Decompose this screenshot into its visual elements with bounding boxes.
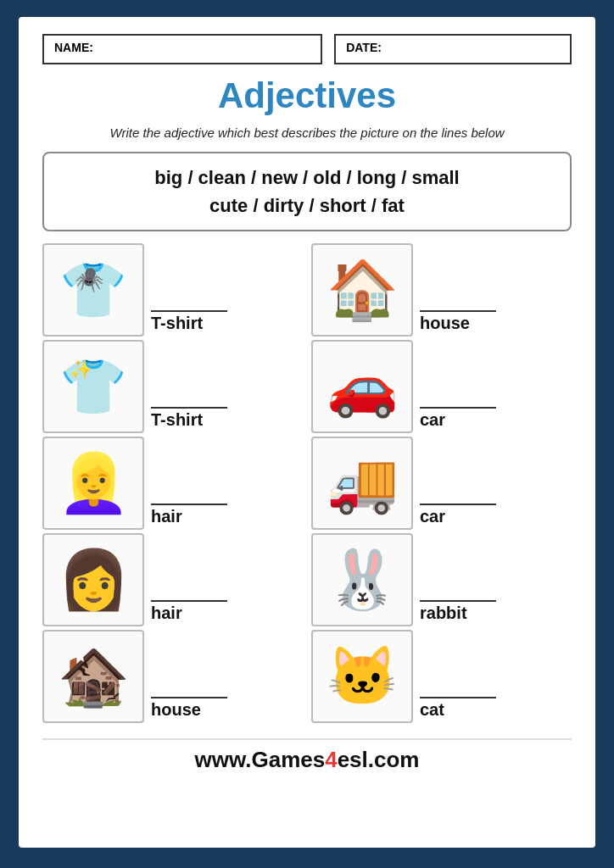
word-bank: big / clean / new / old / long / small c… bbox=[42, 152, 572, 231]
image-car-1: 🚗 bbox=[311, 340, 413, 433]
worksheet-page: NAME: DATE: Adjectives Write the adjecti… bbox=[19, 17, 595, 848]
answer-tshirt-1: T-shirt bbox=[144, 310, 303, 337]
image-dirty-tshirt: 👕🕷️ bbox=[42, 243, 144, 337]
image-old-house: 🏚️ bbox=[42, 630, 144, 723]
left-item-4: 👩 hair bbox=[42, 533, 303, 626]
answer-car-2: car bbox=[413, 504, 572, 530]
exercise-grid: 👕🕷️ T-shirt 🏠 house bbox=[42, 243, 572, 723]
answer-line-house-1[interactable] bbox=[420, 310, 496, 312]
right-item-2: 🚗 car bbox=[311, 340, 572, 433]
answer-hair-2: hair bbox=[144, 600, 303, 626]
answer-line-house-2[interactable] bbox=[151, 697, 227, 698]
word-house-1: house bbox=[420, 314, 470, 333]
left-item-2: 👕✨ T-shirt bbox=[42, 340, 303, 433]
footer-text-after: esl.com bbox=[338, 747, 420, 772]
exercise-row-3: 👱‍♀️ hair 🚚 car bbox=[42, 437, 572, 530]
word-rabbit: rabbit bbox=[420, 604, 467, 623]
page-subtitle: Write the adjective which best describes… bbox=[42, 125, 572, 140]
exercise-row-4: 👩 hair 🐰 rabbit bbox=[42, 533, 572, 626]
word-tshirt-2: T-shirt bbox=[151, 410, 203, 430]
answer-line-2[interactable] bbox=[151, 407, 227, 409]
answer-house-1: house bbox=[413, 310, 572, 337]
right-item-1: 🏠 house bbox=[311, 243, 572, 337]
header-fields: NAME: DATE: bbox=[42, 34, 572, 64]
word-cat: cat bbox=[420, 700, 444, 720]
date-label: DATE: bbox=[346, 41, 382, 54]
image-big-car: 🚚 bbox=[311, 437, 413, 530]
date-field[interactable]: DATE: bbox=[334, 34, 572, 64]
footer-four: 4 bbox=[325, 747, 337, 772]
answer-line-hair-2[interactable] bbox=[151, 600, 227, 602]
word-car-1: car bbox=[420, 410, 445, 430]
exercise-row-1: 👕🕷️ T-shirt 🏠 house bbox=[42, 243, 572, 337]
answer-rabbit: rabbit bbox=[413, 600, 572, 626]
answer-car-1: car bbox=[413, 407, 572, 433]
name-field[interactable]: NAME: bbox=[42, 34, 322, 64]
word-car-2: car bbox=[420, 507, 445, 526]
right-item-4: 🐰 rabbit bbox=[311, 533, 572, 626]
answer-cat: cat bbox=[413, 697, 572, 723]
answer-line-hair-1[interactable] bbox=[151, 504, 227, 505]
answer-line-rabbit[interactable] bbox=[420, 600, 496, 602]
exercise-row-2: 👕✨ T-shirt 🚗 car bbox=[42, 340, 572, 433]
answer-hair-1: hair bbox=[144, 504, 303, 530]
footer-text-before: www.Games bbox=[195, 747, 326, 772]
image-short-hair: 👱‍♀️ bbox=[42, 437, 144, 530]
word-house-2: house bbox=[151, 700, 201, 720]
right-item-5: 🐱 cat bbox=[311, 630, 572, 723]
image-cat: 🐱 bbox=[311, 630, 413, 723]
exercise-row-5: 🏚️ house 🐱 cat bbox=[42, 630, 572, 723]
word-hair-2: hair bbox=[151, 604, 182, 623]
left-item-1: 👕🕷️ T-shirt bbox=[42, 243, 303, 337]
word-tshirt-1: T-shirt bbox=[151, 314, 203, 333]
answer-line-1[interactable] bbox=[151, 310, 227, 312]
word-hair-1: hair bbox=[151, 507, 182, 526]
left-item-3: 👱‍♀️ hair bbox=[42, 437, 303, 530]
answer-line-cat[interactable] bbox=[420, 697, 496, 698]
right-item-3: 🚚 car bbox=[311, 437, 572, 530]
name-label: NAME: bbox=[54, 41, 93, 54]
word-bank-line2: cute / dirty / short / fat bbox=[59, 192, 555, 220]
left-item-5: 🏚️ house bbox=[42, 630, 303, 723]
answer-line-car-1[interactable] bbox=[420, 407, 496, 409]
image-long-hair: 👩 bbox=[42, 533, 144, 626]
answer-house-2: house bbox=[144, 697, 303, 723]
answer-tshirt-2: T-shirt bbox=[144, 407, 303, 433]
answer-line-car-2[interactable] bbox=[420, 504, 496, 505]
image-house-1: 🏠 bbox=[311, 243, 413, 337]
word-bank-line1: big / clean / new / old / long / small bbox=[59, 164, 555, 192]
footer: www.Games4esl.com bbox=[42, 738, 572, 773]
image-rabbit: 🐰 bbox=[311, 533, 413, 626]
image-clean-tshirt: 👕✨ bbox=[42, 340, 144, 433]
page-title: Adjectives bbox=[42, 76, 572, 115]
